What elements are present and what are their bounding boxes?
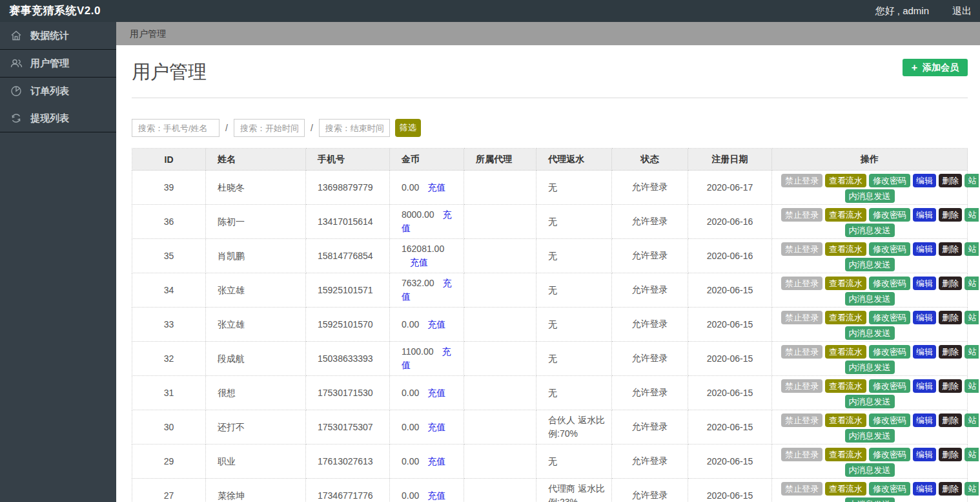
send-message-button[interactable]: 站: [965, 345, 979, 359]
view-flow-button[interactable]: 查看流水: [825, 174, 866, 187]
recharge-link[interactable]: 充值: [427, 182, 445, 193]
recharge-link[interactable]: 充值: [427, 388, 445, 398]
ban-login-button[interactable]: 禁止登录: [781, 345, 822, 359]
change-password-button[interactable]: 修改密码: [869, 345, 910, 359]
ban-login-button[interactable]: 禁止登录: [781, 413, 822, 427]
change-password-button[interactable]: 修改密码: [869, 413, 910, 427]
send-message-button-wrap[interactable]: 内消息发送: [845, 497, 895, 502]
cell-user-coins: 162081.00充值: [390, 239, 464, 273]
ban-login-button[interactable]: 禁止登录: [781, 277, 822, 290]
edit-button[interactable]: 编辑: [913, 174, 936, 187]
delete-button[interactable]: 删除: [939, 345, 962, 359]
send-message-button-wrap[interactable]: 内消息发送: [845, 395, 895, 408]
send-message-button[interactable]: 站: [965, 174, 979, 187]
change-password-button[interactable]: 修改密码: [869, 311, 910, 324]
send-message-button[interactable]: 站: [965, 448, 979, 461]
recharge-link[interactable]: 充值: [427, 319, 445, 329]
view-flow-button[interactable]: 查看流水: [825, 482, 866, 496]
add-member-button[interactable]: + 添加会员: [903, 59, 968, 76]
view-flow-button[interactable]: 查看流水: [825, 208, 866, 222]
send-message-button[interactable]: 站: [965, 242, 979, 256]
sidebar-item-users[interactable]: 用户管理: [0, 50, 116, 77]
ban-login-button[interactable]: 禁止登录: [781, 311, 822, 324]
edit-button[interactable]: 编辑: [913, 242, 936, 256]
edit-button[interactable]: 编辑: [913, 482, 936, 496]
view-flow-button[interactable]: 查看流水: [825, 448, 866, 461]
sidebar-item-orders[interactable]: 订单列表: [0, 78, 116, 105]
change-password-button[interactable]: 修改密码: [869, 277, 910, 290]
view-flow-button[interactable]: 查看流水: [825, 311, 866, 324]
delete-button[interactable]: 删除: [939, 482, 962, 496]
ban-login-button[interactable]: 禁止登录: [781, 482, 822, 496]
filter-button[interactable]: 筛选: [395, 119, 421, 137]
change-password-button[interactable]: 修改密码: [869, 379, 910, 393]
view-flow-button[interactable]: 查看流水: [825, 413, 866, 427]
change-password-button[interactable]: 修改密码: [869, 242, 910, 256]
cell-operations: 禁止登录查看流水修改密码编辑删除站 内消息发送: [772, 410, 968, 444]
edit-button[interactable]: 编辑: [913, 311, 936, 324]
logout-link[interactable]: 退出: [952, 5, 972, 17]
cell-user-coins: 0.00充值: [390, 410, 464, 444]
send-message-button[interactable]: 站: [965, 277, 979, 290]
cell-user-name: 杜晓冬: [206, 171, 306, 205]
send-message-button-wrap[interactable]: 内消息发送: [845, 258, 895, 271]
cell-user-phone: 13698879779: [306, 171, 390, 205]
send-message-button[interactable]: 站: [965, 482, 979, 496]
search-end-time-input[interactable]: [319, 119, 390, 137]
view-flow-button[interactable]: 查看流水: [825, 345, 866, 359]
ban-login-button[interactable]: 禁止登录: [781, 448, 822, 461]
delete-button[interactable]: 删除: [939, 311, 962, 324]
ban-login-button[interactable]: 禁止登录: [781, 379, 822, 393]
recharge-link[interactable]: 充值: [427, 422, 445, 432]
view-flow-button[interactable]: 查看流水: [825, 277, 866, 290]
delete-button[interactable]: 删除: [939, 174, 962, 187]
delete-button[interactable]: 删除: [939, 242, 962, 256]
cell-user-id: 32: [132, 342, 206, 376]
header-coins: 金币: [390, 149, 464, 171]
recharge-link[interactable]: 充值: [427, 490, 445, 501]
send-message-button-wrap[interactable]: 内消息发送: [845, 463, 895, 477]
delete-button[interactable]: 删除: [939, 448, 962, 461]
delete-button[interactable]: 删除: [939, 208, 962, 222]
change-password-button[interactable]: 修改密码: [869, 448, 910, 461]
change-password-button[interactable]: 修改密码: [869, 174, 910, 187]
delete-button[interactable]: 删除: [939, 379, 962, 393]
cell-user-rebate: 无: [536, 444, 612, 479]
ban-login-button[interactable]: 禁止登录: [781, 208, 822, 222]
edit-button[interactable]: 编辑: [913, 379, 936, 393]
cell-user-id: 27: [132, 479, 206, 502]
search-start-time-input[interactable]: [234, 119, 305, 137]
change-password-button[interactable]: 修改密码: [869, 208, 910, 222]
cell-operations: 禁止登录查看流水修改密码编辑删除站 内消息发送: [772, 342, 968, 376]
edit-button[interactable]: 编辑: [913, 413, 936, 427]
send-message-button[interactable]: 站: [965, 311, 979, 324]
cell-user-regdate: 2020-06-15: [688, 342, 772, 376]
send-message-button-wrap[interactable]: 内消息发送: [845, 361, 895, 374]
recharge-link[interactable]: 充值: [410, 257, 428, 267]
coins-value: 162081.00: [402, 244, 444, 254]
edit-button[interactable]: 编辑: [913, 277, 936, 290]
send-message-button[interactable]: 站: [965, 379, 979, 393]
send-message-button-wrap[interactable]: 内消息发送: [845, 224, 895, 237]
view-flow-button[interactable]: 查看流水: [825, 379, 866, 393]
edit-button[interactable]: 编辑: [913, 208, 936, 222]
send-message-button-wrap[interactable]: 内消息发送: [845, 326, 895, 340]
search-name-input[interactable]: [132, 119, 219, 137]
send-message-button-wrap[interactable]: 内消息发送: [845, 429, 895, 443]
edit-button[interactable]: 编辑: [913, 448, 936, 461]
edit-button[interactable]: 编辑: [913, 345, 936, 359]
send-message-button-wrap[interactable]: 内消息发送: [845, 189, 895, 203]
cell-user-status: 允许登录: [612, 171, 688, 205]
sidebar-item-withdrawals[interactable]: 提现列表: [0, 105, 116, 132]
change-password-button[interactable]: 修改密码: [869, 482, 910, 496]
ban-login-button[interactable]: 禁止登录: [781, 174, 822, 187]
ban-login-button[interactable]: 禁止登录: [781, 242, 822, 256]
send-message-button-wrap[interactable]: 内消息发送: [845, 292, 895, 306]
delete-button[interactable]: 删除: [939, 413, 962, 427]
send-message-button[interactable]: 站: [965, 413, 979, 427]
send-message-button[interactable]: 站: [965, 208, 979, 222]
recharge-link[interactable]: 充值: [427, 456, 445, 466]
view-flow-button[interactable]: 查看流水: [825, 242, 866, 256]
sidebar-item-statistics[interactable]: 数据统计: [0, 22, 116, 49]
delete-button[interactable]: 删除: [939, 277, 962, 290]
